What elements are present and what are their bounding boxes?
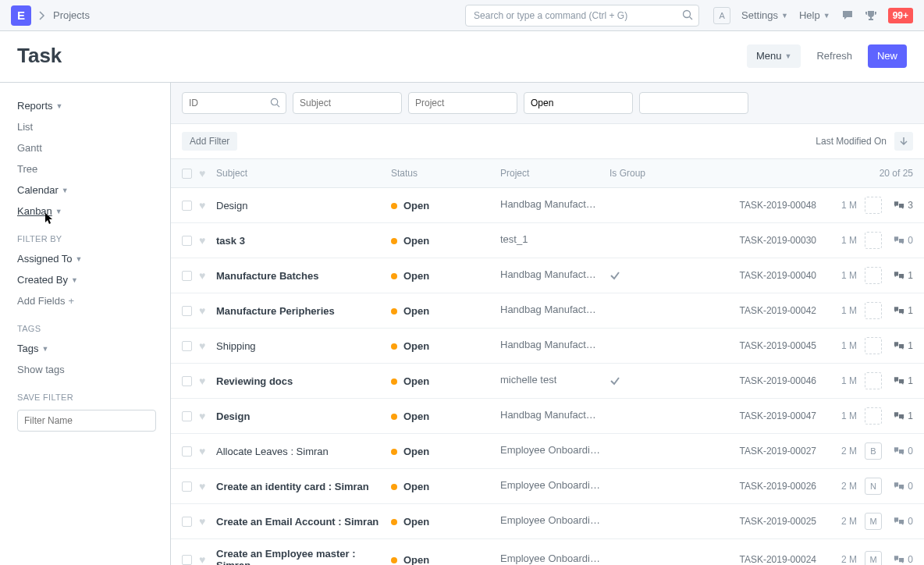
heart-icon[interactable]: ♥ [199,304,205,317]
settings-link[interactable]: Settings▼ [741,9,788,21]
comment-indicator[interactable]: 0 [890,235,913,246]
filter-status-input[interactable] [524,92,633,114]
avatar[interactable]: A [713,7,730,24]
sidebar-tags[interactable]: Tags▼ [17,338,170,359]
comment-indicator[interactable]: 1 [890,305,913,316]
row-subject[interactable]: Create an Employee master : Simran [216,548,355,565]
new-button[interactable]: New [868,44,907,68]
row-checkbox[interactable] [182,555,192,565]
assignee-avatar[interactable] [865,197,882,214]
show-tags[interactable]: Show tags [17,359,170,380]
sidebar-view-list[interactable]: List [17,116,170,137]
refresh-button[interactable]: Refresh [807,44,862,68]
assignee-avatar[interactable] [865,267,882,284]
sidebar-view-tree[interactable]: Tree [17,158,170,179]
comment-indicator[interactable]: 0 [890,516,913,527]
assignee-avatar[interactable]: M [865,513,882,530]
search-input[interactable] [465,5,699,27]
sort-direction-button[interactable] [894,132,913,151]
row-project[interactable]: Employee Onboardi… [500,444,600,456]
row-checkbox[interactable] [182,236,192,246]
row-subject[interactable]: task 3 [216,235,245,247]
heart-icon[interactable]: ♥ [199,445,205,457]
sidebar-kanban[interactable]: Kanban▼ [17,201,170,222]
row-checkbox[interactable] [182,376,192,386]
row-project[interactable]: Handbag Manufactu… [500,268,602,280]
assignee-avatar[interactable] [865,372,882,389]
row-checkbox[interactable] [182,481,192,492]
comment-indicator[interactable]: 0 [890,446,913,457]
row-project[interactable]: Employee Onboardi… [500,479,600,491]
row-project[interactable]: Employee Onboardi… [500,553,600,564]
row-subject[interactable]: Reviewing docs [216,375,293,387]
heart-icon[interactable]: ♥ [199,515,205,528]
row-project[interactable]: test_1 [500,233,528,245]
table-row[interactable]: ♥Create an identity card : SimranOpenEmp… [171,469,924,504]
table-row[interactable]: ♥Manufacture PeripheriesOpenHandbag Manu… [171,293,924,329]
sidebar-calendar[interactable]: Calendar▼ [17,179,170,201]
comment-indicator[interactable]: 3 [890,200,913,211]
select-all-checkbox[interactable] [182,169,192,179]
th-status[interactable]: Status [391,168,500,179]
row-subject[interactable]: Create an Email Account : Simran [216,516,378,528]
heart-icon[interactable]: ♥ [199,234,205,247]
row-checkbox[interactable] [182,306,192,316]
table-row[interactable]: ♥Manufacture BatchesOpenHandbag Manufact… [171,258,924,293]
row-project[interactable]: michelle test [500,374,556,386]
row-project[interactable]: Handbag Manufactu… [500,409,602,421]
add-filter-button[interactable]: Add Filter [182,132,237,151]
row-project[interactable]: Handbag Manufactu… [500,304,602,315]
table-row[interactable]: ♥DesignOpenHandbag Manufactu…TASK-2019-0… [171,399,924,434]
comment-indicator[interactable]: 0 [890,481,913,492]
heart-icon[interactable]: ♥ [199,339,205,352]
sidebar-reports[interactable]: Reports▼ [17,95,170,116]
filter-assigned-to[interactable]: Assigned To▼ [17,248,170,269]
chat-icon[interactable] [841,9,854,22]
assignee-avatar[interactable] [865,302,882,319]
filter-project-input[interactable] [408,92,517,114]
table-row[interactable]: ♥Reviewing docsOpenmichelle testTASK-201… [171,364,924,399]
filter-created-by[interactable]: Created By▼ [17,269,170,290]
row-checkbox[interactable] [182,271,192,281]
table-row[interactable]: ♥Allocate Leaves : SimranOpenEmployee On… [171,434,924,469]
add-fields[interactable]: Add Fields + [17,290,170,311]
help-link[interactable]: Help▼ [799,9,830,21]
filter-subject-input[interactable] [293,92,402,114]
row-checkbox[interactable] [182,446,192,457]
table-row[interactable]: ♥Create an Email Account : SimranOpenEmp… [171,504,924,539]
comment-indicator[interactable]: 1 [890,340,913,351]
assignee-avatar[interactable] [865,232,882,249]
row-subject[interactable]: Design [216,200,247,211]
assignee-avatar[interactable] [865,337,882,354]
like-all-icon[interactable]: ♥ [199,167,205,179]
heart-icon[interactable]: ♥ [199,410,205,422]
row-project[interactable]: Handbag Manufactu… [500,339,602,350]
assignee-avatar[interactable] [865,407,882,425]
notification-badge[interactable]: 99+ [888,8,913,23]
row-checkbox[interactable] [182,411,192,421]
row-subject[interactable]: Allocate Leaves : Simran [216,446,329,457]
row-project[interactable]: Employee Onboardi… [500,514,600,526]
row-checkbox[interactable] [182,201,192,211]
row-subject[interactable]: Create an identity card : Simran [216,481,369,492]
row-checkbox[interactable] [182,517,192,527]
sidebar-view-gantt[interactable]: Gantt [17,137,170,158]
heart-icon[interactable]: ♥ [199,199,205,211]
filter-extra-input[interactable] [639,92,748,114]
filter-name-input[interactable] [17,410,156,432]
table-row[interactable]: ♥task 3Opentest_1TASK-2019-000301 M0 [171,223,924,258]
table-row[interactable]: ♥DesignOpenHandbag Manufactu…TASK-2019-0… [171,188,924,223]
comment-indicator[interactable]: 1 [890,410,913,421]
heart-icon[interactable]: ♥ [199,480,205,492]
menu-button[interactable]: Menu▼ [747,44,801,68]
comment-indicator[interactable]: 1 [890,270,913,281]
th-is-group[interactable]: Is Group [609,168,695,179]
logo[interactable]: E [11,5,31,26]
th-subject[interactable]: Subject [216,168,391,179]
heart-icon[interactable]: ♥ [199,553,205,565]
row-subject[interactable]: Manufacture Batches [216,270,318,282]
assignee-avatar[interactable]: M [865,551,882,565]
comment-indicator[interactable]: 1 [890,375,913,386]
assignee-avatar[interactable]: B [865,442,882,460]
trophy-icon[interactable] [865,9,877,22]
